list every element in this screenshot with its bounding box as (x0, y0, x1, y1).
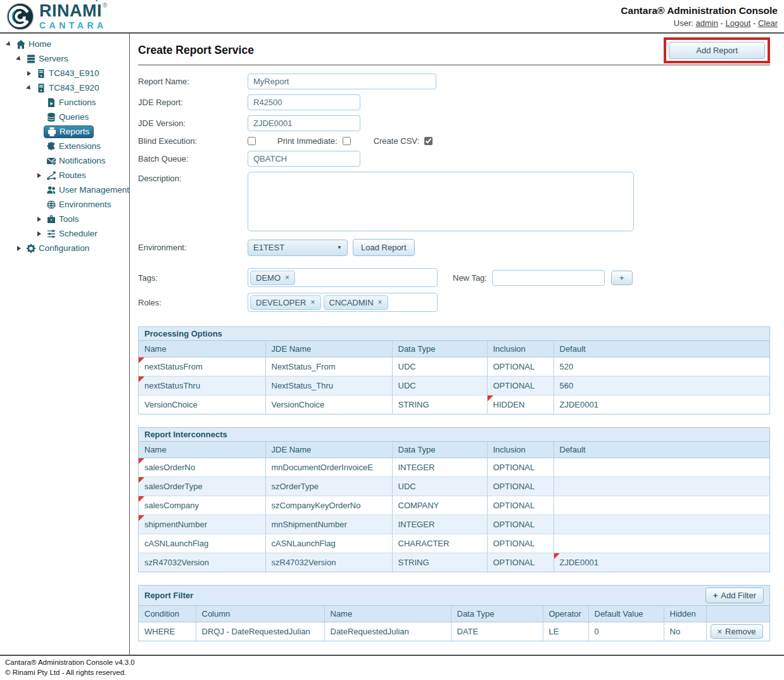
new-tag-input[interactable] (492, 270, 605, 286)
table-cell[interactable]: STRING (392, 553, 487, 572)
sidebar-item-routes[interactable]: Routes (0, 168, 129, 183)
print-immediate-checkbox[interactable] (343, 137, 351, 145)
table-cell[interactable]: 520 (553, 357, 769, 376)
expand-toggle-icon[interactable] (24, 68, 34, 78)
table-cell[interactable]: szR47032Version (139, 553, 265, 572)
table-cell[interactable] (553, 458, 769, 477)
table-cell[interactable]: VersionChoice (265, 395, 392, 414)
table-cell[interactable]: COMPANY (392, 496, 487, 515)
chip-remove-icon[interactable]: × (285, 274, 289, 281)
batch-queue-input[interactable] (248, 151, 360, 167)
table-cell[interactable]: VersionChoice (139, 395, 265, 414)
table-cell[interactable]: DateRequestedJulian (324, 622, 451, 641)
table-cell[interactable]: OPTIONAL (487, 515, 553, 534)
table-cell[interactable]: STRING (392, 395, 487, 414)
table-cell[interactable]: UDC (392, 357, 487, 376)
sidebar-item-configuration[interactable]: Configuration (0, 241, 129, 255)
sidebar-item-servers[interactable]: Servers (0, 51, 129, 66)
table-cell[interactable]: mnDocumentOrderInvoiceE (265, 458, 392, 477)
jde-version-input[interactable] (248, 115, 360, 131)
table-cell[interactable]: DATE (451, 622, 543, 641)
table-cell[interactable]: cASNLaunchFlag (265, 534, 392, 553)
expand-toggle-icon[interactable] (34, 214, 44, 224)
description-textarea[interactable] (248, 172, 634, 231)
table-cell[interactable]: cASNLaunchFlag (139, 534, 265, 553)
table-cell[interactable]: salesCompany (139, 496, 265, 515)
table-cell[interactable]: szOrderType (265, 477, 392, 496)
expand-toggle-icon[interactable] (34, 170, 44, 180)
chip-remove-icon[interactable]: × (378, 298, 383, 306)
expand-toggle-icon[interactable] (14, 243, 23, 253)
collapse-toggle-icon[interactable] (4, 39, 13, 49)
clear-link[interactable]: Clear (758, 18, 778, 28)
user-link[interactable]: admin (696, 18, 718, 28)
table-cell[interactable] (553, 477, 769, 496)
table-cell[interactable]: INTEGER (392, 515, 487, 534)
sidebar-item-extensions[interactable]: Extensions (0, 139, 129, 153)
table-cell[interactable]: No (664, 622, 706, 641)
table-cell[interactable] (553, 534, 769, 553)
table-cell[interactable]: szR47032Version (265, 553, 392, 572)
sidebar-item-scheduler[interactable]: Scheduler (0, 226, 129, 241)
roles-input[interactable]: DEVELOPER×CNCADMIN× (248, 293, 438, 312)
sidebar-item-notifications[interactable]: Notifications (0, 153, 129, 168)
table-cell[interactable]: HIDDEN (487, 395, 553, 414)
sidebar-item-user-management[interactable]: User Management (0, 183, 129, 197)
table-cell[interactable]: mnShipmentNumber (265, 515, 392, 534)
table-cell[interactable]: nextStatusThru (139, 376, 265, 395)
table-cell[interactable]: UDC (392, 376, 487, 395)
table-cell[interactable]: ZJDE0001 (553, 553, 769, 572)
environment-select[interactable]: E1TEST ▼ (248, 240, 348, 256)
table-cell[interactable]: OPTIONAL (487, 534, 553, 553)
table-cell[interactable]: 0 (588, 622, 664, 641)
chip-remove-icon[interactable]: × (310, 298, 315, 306)
add-filter-button[interactable]: +Add Filter (705, 587, 764, 603)
collapse-toggle-icon[interactable] (24, 83, 34, 93)
table-cell[interactable]: OPTIONAL (487, 496, 553, 515)
add-tag-button[interactable]: + (611, 271, 633, 285)
table-cell[interactable] (553, 515, 769, 534)
collapse-toggle-icon[interactable] (14, 54, 23, 63)
table-cell[interactable]: OPTIONAL (487, 458, 553, 477)
server-icon (36, 68, 47, 79)
table-cell[interactable]: OPTIONAL (487, 553, 553, 572)
report-name-input[interactable] (248, 74, 436, 89)
table-cell[interactable]: shipmentNumber (139, 515, 265, 534)
table-cell[interactable]: INTEGER (392, 458, 487, 477)
table-cell[interactable]: salesOrderType (139, 477, 265, 496)
table-cell[interactable]: NextStatus_From (265, 357, 392, 376)
page-title: Create Report Service (138, 44, 254, 57)
tags-input[interactable]: DEMO× (248, 268, 438, 287)
table-cell[interactable]: szCompanyKeyOrderNo (265, 496, 392, 515)
expand-toggle-icon[interactable] (34, 229, 44, 238)
table-cell[interactable]: WHERE (139, 622, 196, 641)
table-cell[interactable]: salesOrderNo (139, 458, 265, 477)
table-cell[interactable]: CHARACTER (392, 534, 487, 553)
table-cell[interactable]: UDC (392, 477, 487, 496)
table-cell[interactable]: ZJDE0001 (553, 395, 769, 414)
table-cell[interactable] (553, 496, 769, 515)
jde-report-input[interactable] (248, 94, 360, 110)
sidebar-item-environments[interactable]: Environments (0, 197, 129, 212)
sidebar-item-reports[interactable]: Reports (0, 124, 129, 139)
sidebar-item-tc843-e920[interactable]: TC843_E920 (0, 80, 129, 95)
table-cell[interactable]: NextStatus_Thru (265, 376, 392, 395)
sidebar-item-home[interactable]: Home (0, 37, 129, 51)
sidebar-item-tools[interactable]: Tools (0, 212, 129, 226)
sidebar-item-queries[interactable]: Queries (0, 110, 129, 124)
table-cell[interactable]: 560 (553, 376, 769, 395)
sidebar-item-functions[interactable]: Functions (0, 95, 129, 110)
table-cell[interactable]: nextStatusFrom (139, 357, 265, 376)
table-cell[interactable]: OPTIONAL (487, 376, 553, 395)
load-report-button[interactable]: Load Report (353, 239, 415, 256)
table-cell[interactable]: OPTIONAL (487, 357, 553, 376)
sidebar-item-tc843-e910[interactable]: TC843_E910 (0, 66, 129, 80)
remove-filter-button[interactable]: ×Remove (711, 624, 763, 639)
logout-link[interactable]: Logout (726, 18, 751, 28)
table-cell[interactable]: LE (543, 622, 588, 641)
blind-execution-checkbox[interactable] (248, 137, 256, 145)
table-cell[interactable]: OPTIONAL (487, 477, 553, 496)
table-cell[interactable]: DRQJ - DateRequestedJulian (196, 622, 324, 641)
add-report-button[interactable]: Add Report (669, 42, 765, 59)
create-csv-checkbox[interactable] (424, 137, 433, 145)
